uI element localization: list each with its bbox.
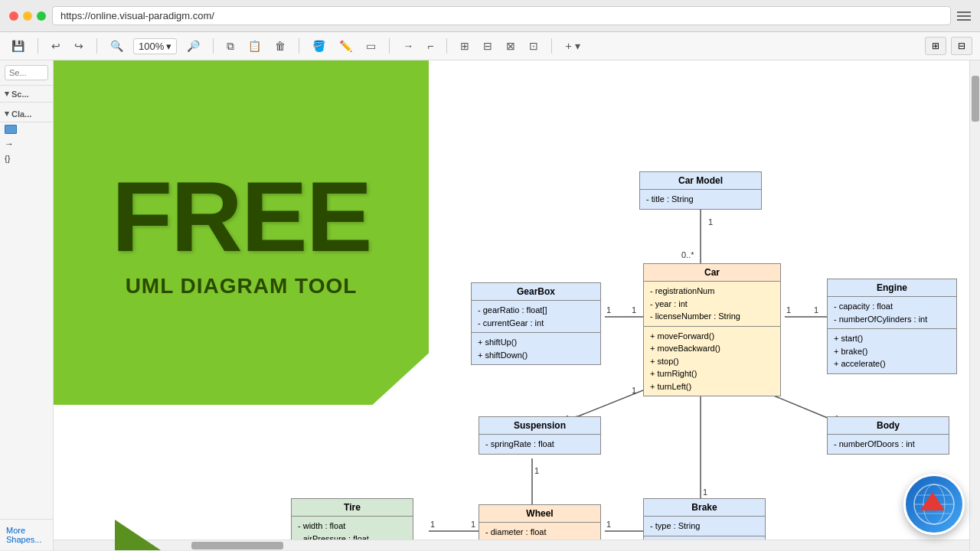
more-shapes-link[interactable]: More Shapes... <box>0 519 53 550</box>
toolbar-separator-3 <box>213 38 214 54</box>
class-suspension-header: Suspension <box>479 417 600 434</box>
copy-button[interactable]: ⧉ <box>223 37 238 55</box>
undo-button[interactable]: ↩ <box>47 37 64 54</box>
class-suspension-body: - springRate : float <box>479 434 600 454</box>
paste-button[interactable]: 📋 <box>244 37 265 54</box>
sidebar-item-class[interactable] <box>0 122 53 136</box>
toolbar-separator-5 <box>389 38 390 54</box>
connector-button[interactable]: → <box>399 37 417 54</box>
car-method-3: + stop() <box>650 355 774 368</box>
sidebar-section-label-2: Cla... <box>11 109 31 119</box>
zoom-dropdown-icon: ▾ <box>166 41 172 52</box>
zoom-level: 100% <box>139 41 164 52</box>
line-color-button[interactable]: ✏️ <box>335 37 356 54</box>
align-button[interactable]: ⊟ <box>479 37 496 54</box>
close-button[interactable] <box>9 11 18 21</box>
canvas-area[interactable]: 1 0..* 1 1 1 1 1 1..* 1 1 1 1 1 <box>54 60 980 550</box>
vertical-scrollbar[interactable] <box>969 60 980 550</box>
car-attr-2: - year : int <box>650 298 774 311</box>
browser-titlebar: https://online.visual-paradigm.com/ <box>0 0 980 31</box>
svg-text:0..*: 0..* <box>681 250 694 259</box>
zoom-out-button[interactable]: 🔎 <box>183 37 204 54</box>
class-car-methods: + moveForward() + moveBackward() + stop(… <box>644 326 780 396</box>
sidebar-item-note[interactable]: {} <box>0 152 53 165</box>
sidebar-item-arrow[interactable]: → <box>0 136 53 152</box>
engine-method-3: + accelerate() <box>834 357 950 370</box>
gearbox-method-1: + shiftUp() <box>478 336 594 349</box>
maximize-button[interactable] <box>37 11 46 21</box>
class-engine[interactable]: Engine - capacity : float - numberOfCyli… <box>827 279 957 374</box>
arrange-button[interactable]: ⊞ <box>456 37 473 54</box>
toolbar-right-controls: ⊞ ⊟ <box>925 37 972 55</box>
vertical-scroll-thumb[interactable] <box>972 76 979 122</box>
zoom-in-button[interactable]: 🔍 <box>106 37 127 54</box>
car-method-2: + moveBackward() <box>650 342 774 355</box>
class-wheel-body: - diameter : float <box>479 522 600 542</box>
view-toggle-button[interactable]: ⊟ <box>951 37 972 55</box>
suspension-attr-1: - springRate : float <box>485 438 594 451</box>
search-input[interactable] <box>5 65 48 80</box>
sidebar-section-sc[interactable]: ▾ Sc... <box>0 86 53 103</box>
class-gearbox-methods: + shiftUp() + shiftDown() <box>472 332 600 364</box>
vp-logo-triangle <box>920 492 945 510</box>
class-wheel-header: Wheel <box>479 505 600 522</box>
class-engine-header: Engine <box>828 279 956 296</box>
toolbar-separator-6 <box>446 38 447 54</box>
class-body[interactable]: Body - numberOfDoors : int <box>827 416 949 455</box>
logo-badge[interactable] <box>903 474 965 535</box>
sidebar-search-area <box>0 60 53 86</box>
svg-text:1: 1 <box>534 466 539 475</box>
save-button[interactable]: 💾 <box>8 37 28 54</box>
engine-method-1: + start() <box>834 332 950 345</box>
sidebar-section-class[interactable]: ▾ Cla... <box>0 106 53 122</box>
class-gearbox[interactable]: GearBox - gearRatio : float[] - currentG… <box>471 282 601 365</box>
body-attr-1: - numberOfDoors : int <box>834 438 942 451</box>
arrow-icon: → <box>5 139 14 149</box>
toolbar-separator <box>38 38 38 54</box>
engine-attr-1: - capacity : float <box>834 300 950 313</box>
class-brake-body: - type : String <box>644 516 765 536</box>
class-brake-header: Brake <box>644 499 765 516</box>
browser-menu-button[interactable] <box>957 11 971 21</box>
car-method-4: + turnRight() <box>650 367 774 380</box>
promo-fold-decoration <box>115 520 161 550</box>
car-attr-3: - licenseNumber : String <box>650 310 774 323</box>
fill-button[interactable]: 🪣 <box>309 37 329 54</box>
promo-overlay: FREE UML DIAGRAM TOOL <box>54 60 463 550</box>
note-icon: {} <box>5 154 10 163</box>
shape-button[interactable]: ▭ <box>362 37 380 54</box>
svg-text:1: 1 <box>632 386 636 395</box>
class-suspension[interactable]: Suspension - springRate : float <box>479 416 601 455</box>
car-attr-1: - registrationNum <box>650 285 774 298</box>
svg-text:1: 1 <box>606 305 611 315</box>
class-car-body: - registrationNum - year : int - license… <box>644 281 780 326</box>
minimize-button[interactable] <box>23 11 32 21</box>
address-bar[interactable]: https://online.visual-paradigm.com/ <box>52 6 951 25</box>
chevron-down-icon-2: ▾ <box>5 109 9 119</box>
distribute-button[interactable]: ⊠ <box>502 37 519 54</box>
class-car-model-header: Car Model <box>640 172 761 189</box>
gearbox-attr-2: - currentGear : int <box>478 317 594 330</box>
chevron-down-icon: ▾ <box>5 89 9 99</box>
panel-toggle-button[interactable]: ⊞ <box>925 37 946 55</box>
class-car-model-body: - title : String <box>640 189 761 209</box>
class-engine-methods: + start() + brake() + accelerate() <box>828 328 956 373</box>
redo-button[interactable]: ↪ <box>70 37 87 54</box>
svg-text:1: 1 <box>606 520 611 529</box>
car-method-1: + moveForward() <box>650 330 774 343</box>
toolbar-separator-4 <box>299 38 299 54</box>
add-button[interactable]: + ▾ <box>561 37 583 54</box>
class-wheel[interactable]: Wheel - diameter : float <box>479 504 601 543</box>
class-car[interactable]: Car - registrationNum - year : int - lic… <box>643 263 781 396</box>
car-method-5: + turnLeft() <box>650 380 774 393</box>
bend-connector-button[interactable]: ⌐ <box>423 37 437 54</box>
class-car-header: Car <box>644 264 780 281</box>
layout-button[interactable]: ⊡ <box>525 37 542 54</box>
more-shapes-text: More Shapes... <box>6 526 41 544</box>
car-model-attr-1: - title : String <box>646 193 755 206</box>
engine-method-2: + brake() <box>834 345 950 358</box>
class-car-model[interactable]: Car Model - title : String <box>639 171 762 210</box>
class-engine-body: - capacity : float - numberOfCylinders :… <box>828 296 956 328</box>
zoom-control[interactable]: 100% ▾ <box>133 38 177 54</box>
delete-button[interactable]: 🗑 <box>271 37 289 54</box>
